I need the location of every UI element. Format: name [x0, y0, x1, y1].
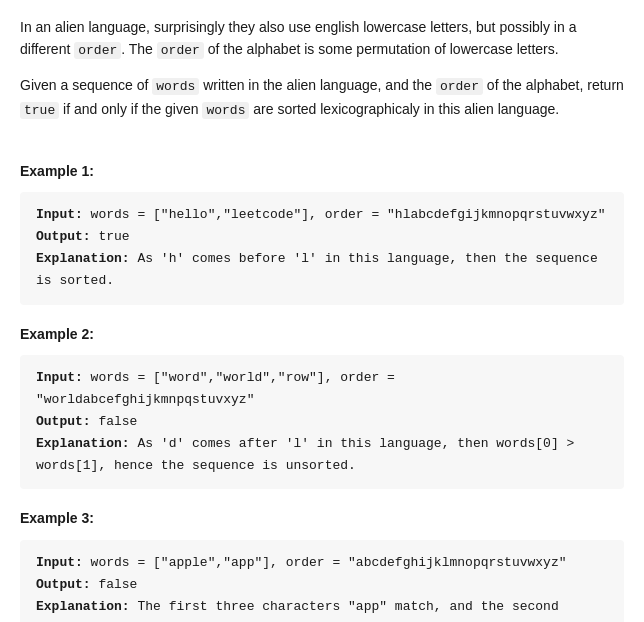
intro-paragraph-2: Given a sequence of words written in the… — [20, 74, 624, 122]
example-2-explanation-line: Explanation: As 'd' comes after 'l' in t… — [36, 433, 608, 477]
words-code-2: words — [202, 102, 249, 119]
intro-paragraph-1: In an alien language, surprisingly they … — [20, 16, 624, 62]
example-3-block: Input: words = ["apple","app"], order = … — [20, 540, 624, 622]
example-1-input-val: words = ["hello","leetcode"], order = "h… — [83, 207, 606, 222]
order-code-1: order — [74, 42, 121, 59]
example-3-output-line: Output: false — [36, 574, 608, 596]
example-1-explanation-line: Explanation: As 'h' comes before 'l' in … — [36, 248, 608, 292]
intro-text-2a: Given a sequence of — [20, 77, 152, 93]
example-3-title: Example 3: — [20, 507, 624, 529]
example-1-output-label: Output: — [36, 229, 91, 244]
example-2-input-line: Input: words = ["word","world","row"], o… — [36, 367, 608, 411]
example-1-section: Example 1: Input: words = ["hello","leet… — [20, 160, 624, 305]
example-2-output-val: false — [91, 414, 138, 429]
order-code-3: order — [436, 78, 483, 95]
example-2-section: Example 2: Input: words = ["word","world… — [20, 323, 624, 490]
example-3-input-val: words = ["apple","app"], order = "abcdef… — [83, 555, 567, 570]
example-2-input-label: Input: — [36, 370, 83, 385]
example-2-output-label: Output: — [36, 414, 91, 429]
example-1-title: Example 1: — [20, 160, 624, 182]
example-3-input-label: Input: — [36, 555, 83, 570]
example-1-block: Input: words = ["hello","leetcode"], ord… — [20, 192, 624, 304]
example-1-input-line: Input: words = ["hello","leetcode"], ord… — [36, 204, 608, 226]
intro-text-1b: . The — [121, 41, 157, 57]
example-3-explanation-line: Explanation: The first three characters … — [36, 596, 608, 622]
example-1-input-label: Input: — [36, 207, 83, 222]
example-1-explanation-label: Explanation: — [36, 251, 130, 266]
example-2-title: Example 2: — [20, 323, 624, 345]
order-code-2: order — [157, 42, 204, 59]
example-3-output-val: false — [91, 577, 138, 592]
intro-text-1c: of the alphabet is some permutation of l… — [204, 41, 559, 57]
example-2-output-line: Output: false — [36, 411, 608, 433]
words-code-1: words — [152, 78, 199, 95]
example-2-explanation-label: Explanation: — [36, 436, 130, 451]
example-3-input-line: Input: words = ["apple","app"], order = … — [36, 552, 608, 574]
example-1-output-line: Output: true — [36, 226, 608, 248]
example-2-input-val: words = ["word","world","row"], order = … — [36, 370, 395, 407]
example-1-output-val: true — [91, 229, 130, 244]
example-3-explanation-label: Explanation: — [36, 599, 130, 614]
intro-text-2e: are sorted lexicographicaly in this alie… — [249, 101, 559, 117]
example-3-section: Example 3: Input: words = ["apple","app"… — [20, 507, 624, 622]
true-code-1: true — [20, 102, 59, 119]
intro-text-2d: if and only if the given — [59, 101, 202, 117]
intro-text-2b: written in the alien language, and the — [199, 77, 436, 93]
intro-text-2c: of the alphabet, return — [483, 77, 624, 93]
example-2-block: Input: words = ["word","world","row"], o… — [20, 355, 624, 489]
example-3-output-label: Output: — [36, 577, 91, 592]
